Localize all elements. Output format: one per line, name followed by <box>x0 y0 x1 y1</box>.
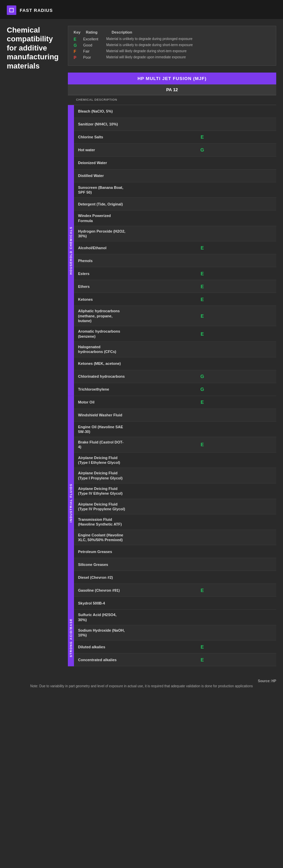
chem-name-cell: Brake Fluid (Castrol DOT-4) <box>74 437 128 452</box>
table-row: Chlorinated hydrocarbonsG <box>74 370 276 383</box>
legend-header: Key Rating Description <box>74 30 270 34</box>
table-row: Diesel (Chevron #2) <box>74 571 276 584</box>
chem-name-cell: Alcohol/Ethanol <box>74 241 128 254</box>
page-layout: Chemical compatibility for additive manu… <box>0 19 283 673</box>
table-row: Deionized Water <box>74 157 276 170</box>
table-row: Transmission Fluid (Havoline Synthetic A… <box>74 514 276 530</box>
rating-cell <box>128 530 276 545</box>
rating-cell <box>128 182 276 198</box>
col-chem-desc-label: CHEMICAL DESCRIPTION <box>74 95 128 105</box>
chem-name-cell: Detergent (Tide, Original) <box>74 198 128 210</box>
rating-cell: E <box>128 396 276 409</box>
rating-cell: E <box>128 640 276 653</box>
table-row: EstersE <box>74 267 276 280</box>
table-row: Concentrated alkaliesE <box>74 653 276 666</box>
table-row: Chlorine SaltsE <box>74 131 276 144</box>
chem-name-cell: Hydrogen Peroxide (H2O2, 30%) <box>74 226 128 241</box>
chem-name-cell: Diesel (Chevron #2) <box>74 571 128 584</box>
rating-cell <box>128 571 276 584</box>
table-row: Distilled Water <box>74 170 276 182</box>
side-label-2: STRONG ACID/BASE <box>68 610 74 666</box>
logo-text: FAST RADIUS <box>20 8 53 13</box>
rating-cell <box>128 409 276 421</box>
table-row: Airplane Deicing Fluid (Type I Ethylene … <box>74 453 276 468</box>
table-row: Phenols <box>74 254 276 267</box>
table-row: Hydrogen Peroxide (H2O2, 30%) <box>74 226 276 242</box>
table-row: Engine Oil (Havoline SAE 5W-30) <box>74 422 276 437</box>
right-panel: Key Rating Description E Excellent Mater… <box>68 26 276 666</box>
rating-cell: E <box>128 131 276 143</box>
side-label-1: INDUSTRIAL FLUIDS <box>68 396 74 610</box>
legend-row-p: P Poor Material will likely degrade upon… <box>74 55 270 60</box>
table-row: TrichloroethyleneG <box>74 383 276 396</box>
chem-name-cell: Phenols <box>74 254 128 267</box>
chem-name-cell: Halogenated hydrocarbons (CFCs) <box>74 342 128 357</box>
legend-row-e: E Excellent Material is unlikely to degr… <box>74 37 270 42</box>
section-0: HOUSEHOLD CHEMICALSBleach (NaClO, 5%)San… <box>68 105 276 396</box>
chem-name-cell: Airplane Deicing Fluid (Type I Propylene… <box>74 468 128 483</box>
chem-name-cell: Chlorinated hydrocarbons <box>74 370 128 383</box>
rating-cell: E <box>128 653 276 666</box>
chem-name-cell: Distilled Water <box>74 170 128 182</box>
rows-0: Bleach (NaClO, 5%)Sanitizer (NH4Cl, 10%)… <box>74 105 276 396</box>
rating-cell <box>128 514 276 530</box>
legend-row-f: F Fair Material will likely degrade duri… <box>74 49 270 54</box>
rating-cell <box>128 342 276 357</box>
rating-fair: Fair <box>83 49 103 53</box>
desc-good: Material is unlikely to degrade during s… <box>106 43 270 47</box>
chem-name-cell: Transmission Fluid (Havoline Synthetic A… <box>74 514 128 530</box>
rating-cell <box>128 198 276 210</box>
chem-name-cell: Diluted alkalies <box>74 640 128 653</box>
chem-name-cell: Trichloroethylene <box>74 383 128 396</box>
table-row: Halogenated hydrocarbons (CFCs) <box>74 342 276 357</box>
rows-2: Sulfuric Acid (H2SO4, 30%)Sodium Hydroxi… <box>74 610 276 666</box>
table-row: Windex Powerized Formula <box>74 211 276 226</box>
chem-name-cell: Concentrated alkalies <box>74 653 128 666</box>
svg-rect-2 <box>10 9 13 12</box>
rating-cell <box>128 105 276 118</box>
table-row: Detergent (Tide, Original) <box>74 198 276 211</box>
legend-row-g: G Good Material is unlikely to degrade d… <box>74 43 270 48</box>
table-row: Brake Fluid (Castrol DOT-4)E <box>74 437 276 453</box>
rating-cell <box>128 157 276 169</box>
table-row: Skydrol 500B-4 <box>74 597 276 610</box>
sections-container: HOUSEHOLD CHEMICALSBleach (NaClO, 5%)San… <box>68 105 276 667</box>
section-2: STRONG ACID/BASESulfuric Acid (H2SO4, 30… <box>68 610 276 666</box>
logo-box <box>7 5 16 15</box>
table-row: Silicone Greases <box>74 558 276 571</box>
rating-cell: G <box>128 370 276 383</box>
rating-cell <box>128 211 276 226</box>
desc-excellent: Material is unlikely to degrade during p… <box>106 37 270 41</box>
rating-cell <box>128 468 276 483</box>
table-row: Ketones (MEK, acetone) <box>74 357 276 370</box>
table-row: Sunscreen (Banana Boat, SPF 50) <box>74 182 276 198</box>
table-row: Petroleum Greases <box>74 545 276 558</box>
table-row: Windshield Washer Fluid <box>74 409 276 422</box>
table-row: Alcohol/EthanolE <box>74 241 276 254</box>
chem-name-cell: Sanitizer (NH4Cl, 10%) <box>74 118 128 131</box>
table-row: Airplane Deicing Fluid (Type I Propylene… <box>74 468 276 484</box>
chem-name-cell: Airplane Deicing Fluid (Type IV Propylen… <box>74 499 128 514</box>
app-header: FAST RADIUS <box>0 0 283 19</box>
rating-cell: E <box>128 306 276 326</box>
table-row: EthersE <box>74 280 276 293</box>
chem-name-cell: Petroleum Greases <box>74 545 128 558</box>
rating-cell <box>128 118 276 131</box>
chem-name-cell: Engine Coolant (Havoline XLC, 50%/50% Pr… <box>74 530 128 545</box>
rating-cell: E <box>128 267 276 280</box>
table-row: Sodium Hydroxide (NaOH, 10%) <box>74 625 276 641</box>
rows-1: Motor OilEWindshield Washer FluidEngine … <box>74 396 276 610</box>
table-row: Bleach (NaClO, 5%) <box>74 105 276 118</box>
rating-cell <box>128 453 276 468</box>
table-row: KetonesE <box>74 293 276 306</box>
chem-name-cell: Ketones <box>74 293 128 305</box>
rating-cell <box>128 254 276 267</box>
rating-cell <box>128 625 276 640</box>
rating-cell <box>128 357 276 370</box>
table-row: Diluted alkaliesE <box>74 640 276 653</box>
chem-name-cell: Motor Oil <box>74 396 128 409</box>
chem-name-cell: Hot water <box>74 144 128 156</box>
rating-cell: E <box>128 326 276 341</box>
chem-name-cell: Aliphatic hydrocarbons (methane, propane… <box>74 306 128 326</box>
table-row: Airplane Deicing Fluid (Type IV Ethylene… <box>74 484 276 499</box>
